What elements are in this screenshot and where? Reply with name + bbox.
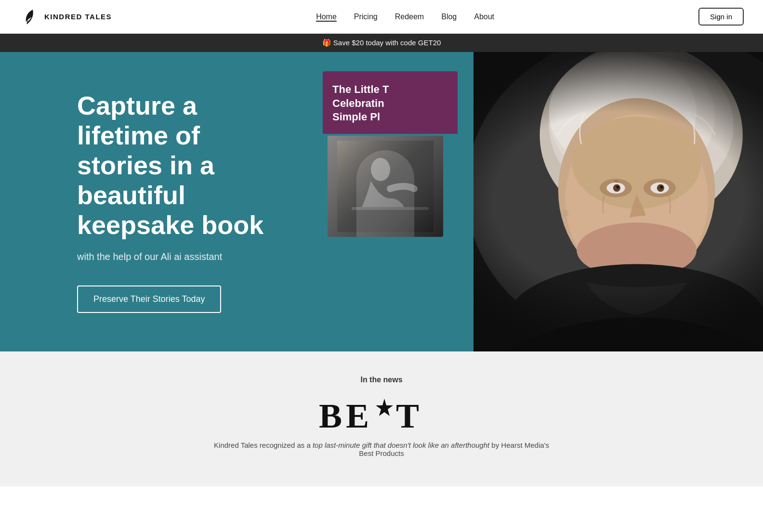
news-desc-before: Kindred Tales recognized as a <box>214 441 313 449</box>
nav-link-redeem[interactable]: Redeem <box>395 13 424 21</box>
brand-name: KINDRED TALES <box>44 13 112 21</box>
book-collage: The Little T Celebratin Simple Pl <box>318 71 482 237</box>
svg-text:B: B <box>319 397 342 432</box>
nav-links: Home Pricing Redeem Blog About <box>316 13 494 21</box>
best-logo-svg: B E T <box>319 394 444 432</box>
hero-section: Capture a lifetime of stories in a beaut… <box>0 52 763 351</box>
svg-rect-4 <box>337 141 434 232</box>
nav-item-about[interactable]: About <box>474 13 494 21</box>
promo-text: Save $20 today with code GET20 <box>333 39 441 47</box>
news-desc-italic: top last-minute gift that doesn't look l… <box>313 441 489 449</box>
svg-marker-29 <box>376 399 393 416</box>
svg-point-2 <box>371 158 390 181</box>
nav-item-pricing[interactable]: Pricing <box>354 13 378 21</box>
nav-link-about[interactable]: About <box>474 13 494 21</box>
nav-item-blog[interactable]: Blog <box>441 13 457 21</box>
news-section: In the news B E T Kindred Tales recogniz… <box>0 351 763 486</box>
nav-item-redeem[interactable]: Redeem <box>395 13 424 21</box>
nav-link-pricing[interactable]: Pricing <box>354 13 378 21</box>
hero-title: Capture a lifetime of stories in a beaut… <box>77 91 279 240</box>
navbar: KINDRED TALES Home Pricing Redeem Blog A… <box>0 0 763 34</box>
woman-portrait-illustration <box>474 52 763 351</box>
nav-item-home[interactable]: Home <box>316 13 337 21</box>
news-label: In the news <box>19 376 744 384</box>
book-photo <box>328 136 443 237</box>
best-logo: B E T <box>19 394 744 432</box>
promo-icon: 🎁 <box>322 39 331 47</box>
svg-text:T: T <box>396 397 419 432</box>
nav-link-home[interactable]: Home <box>316 13 337 21</box>
hero-subtitle: with the help of our Ali ai assistant <box>77 251 279 262</box>
nav-link-blog[interactable]: Blog <box>441 13 457 21</box>
book-photo-illustration <box>337 141 434 232</box>
portrait-image <box>474 52 763 351</box>
svg-text:E: E <box>346 397 369 432</box>
promo-banner: 🎁 Save $20 today with code GET20 <box>0 34 763 52</box>
book-cover: The Little T Celebratin Simple Pl <box>323 71 458 134</box>
cta-button[interactable]: Preserve Their Stories Today <box>77 285 221 313</box>
news-description: Kindred Tales recognized as a top last-m… <box>213 441 550 457</box>
svg-rect-26 <box>474 52 763 351</box>
signin-button[interactable]: Sign in <box>698 8 744 26</box>
hero-visual: The Little T Celebratin Simple Pl <box>318 52 763 351</box>
logo[interactable]: KINDRED TALES <box>19 7 112 27</box>
feather-quill-icon <box>19 7 39 27</box>
book-title: The Little T Celebratin Simple Pl <box>332 83 448 124</box>
hero-content: Capture a lifetime of stories in a beaut… <box>0 52 318 351</box>
